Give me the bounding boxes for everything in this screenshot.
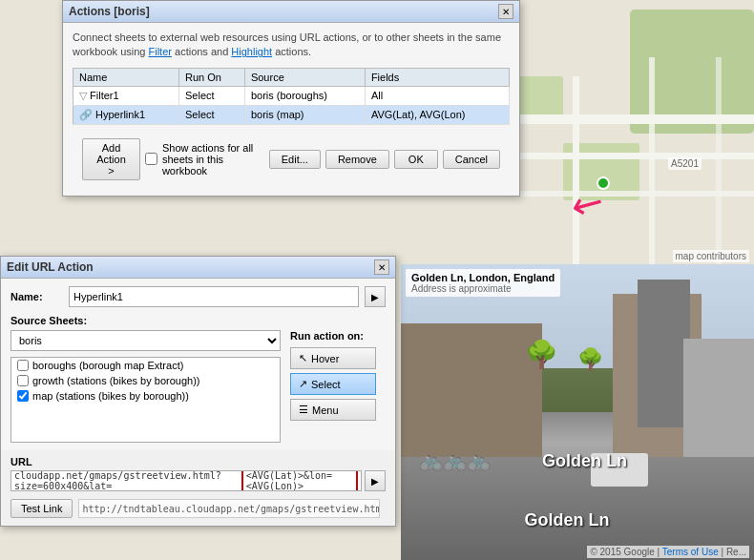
edit-content: boris boroughs (borough map Extract) gro… <box>10 330 386 443</box>
row-name: ▽ Filter1 <box>73 86 179 105</box>
row-fields: All <box>365 86 509 105</box>
hyperlink-icon: 🔗 <box>79 109 93 120</box>
row-fields: AVG(Lat), AVG(Lon) <box>365 105 509 124</box>
edit-dialog-titlebar: Edit URL Action ✕ <box>1 257 395 279</box>
highlight-link[interactable]: Highlight <box>231 46 272 57</box>
sheet-item[interactable]: growth (stations (bikes by borough)) <box>11 373 280 388</box>
sheet-selector[interactable]: boris <box>10 330 281 351</box>
hover-icon: ↖ <box>299 352 307 364</box>
sheet-checkbox[interactable] <box>17 390 29 402</box>
address-line1: Golden Ln, London, England <box>411 272 555 283</box>
url-param-highlight: <AVG(Lat)>&lon=<AVG(Lon)> <box>241 470 358 491</box>
map-contributors: map contributors <box>673 250 749 262</box>
filter-icon: ▽ <box>79 90 87 101</box>
url-prefix-text: cloudapp.net/gmaps/gstreetview.html?size… <box>14 470 241 491</box>
edit-url-dialog: Edit URL Action ✕ Name: ▶ Source Sheets:… <box>0 256 396 527</box>
show-all-checkbox-row: Show actions for all sheets in this work… <box>145 142 269 176</box>
sheet-label: growth (stations (bikes by borough)) <box>32 375 199 386</box>
edit-dialog-body: Name: ▶ Source Sheets: boris boroughs (b… <box>1 279 395 450</box>
street-address: Golden Ln, London, England Address is ap… <box>406 269 560 297</box>
row-run-on: Select <box>179 105 245 124</box>
street-view-panel: 🌳 🌳 🚲🚲🚲 Golden Ln Golden Ln Golden Ln, L… <box>401 264 754 560</box>
ok-button[interactable]: OK <box>394 150 438 169</box>
google-attribution: © 2015 Google | Terms of Use | Re... <box>587 546 749 558</box>
run-action-panel: Run action on: ↖ Hover ↗ Select ☰ Menu <box>290 330 386 443</box>
show-all-label: Show actions for all sheets in this work… <box>162 142 269 176</box>
url-arrow-button[interactable]: ▶ <box>365 470 386 491</box>
edit-dialog-title: Edit URL Action <box>7 260 94 274</box>
street-sign-2: Golden Ln <box>525 510 610 530</box>
sheets-panel: boris boroughs (borough map Extract) gro… <box>10 330 281 443</box>
row-source: boris (map) <box>244 105 365 124</box>
col-name: Name <box>73 68 179 86</box>
sheet-label: boroughs (borough map Extract) <box>32 360 183 371</box>
address-line2: Address is approximate <box>411 283 555 294</box>
sheet-checkbox[interactable] <box>17 360 29 371</box>
bikes: 🚲🚲🚲 <box>419 448 491 471</box>
street-sign-1: Golden Ln <box>542 451 627 471</box>
edit-dialog-close[interactable]: ✕ <box>374 259 389 275</box>
menu-button[interactable]: ☰ Menu <box>290 399 376 421</box>
actions-table: Name Run On Source Fields ▽ Filter1 Sele… <box>73 68 510 125</box>
actions-dialog-titlebar: Actions [boris] ✕ <box>63 1 519 23</box>
hover-button[interactable]: ↖ Hover <box>290 347 376 369</box>
edit-dialog-footer: Test Link http://tndtableau.cloudapp.net… <box>1 495 395 526</box>
select-icon: ↗ <box>299 378 307 390</box>
col-run-on: Run On <box>179 68 245 86</box>
col-source: Source <box>244 68 365 86</box>
url-input-row: cloudapp.net/gmaps/gstreetview.html?size… <box>10 470 386 491</box>
row-name: 🔗 Hyperlink1 <box>73 105 179 124</box>
actions-dialog: Actions [boris] ✕ Connect sheets to exte… <box>62 0 520 197</box>
actions-dialog-footer-right: Edit... Remove OK Cancel <box>269 150 500 169</box>
actions-dialog-close[interactable]: ✕ <box>498 4 513 19</box>
row-source: boris (boroughs) <box>244 86 365 105</box>
sheet-checkbox[interactable] <box>17 375 29 386</box>
sheet-item[interactable]: map (stations (bikes by borough)) <box>11 388 280 404</box>
table-row[interactable]: ▽ Filter1 Select boris (boroughs) All <box>73 86 510 105</box>
url-preview: http://tndtableau.cloudapp.net/gmaps/gst… <box>78 499 380 518</box>
url-display[interactable]: cloudapp.net/gmaps/gstreetview.html?size… <box>10 470 362 491</box>
filter-link[interactable]: Filter <box>149 46 172 57</box>
row-run-on: Select <box>179 86 245 105</box>
show-all-checkbox[interactable] <box>145 153 157 165</box>
test-link-button[interactable]: Test Link <box>10 499 73 518</box>
cancel-button[interactable]: Cancel <box>443 150 500 169</box>
name-label: Name: <box>10 291 63 302</box>
run-action-label: Run action on: <box>290 330 386 342</box>
actions-dialog-footer: Add Action > Show actions for all sheets… <box>73 133 510 188</box>
col-fields: Fields <box>365 68 509 86</box>
actions-dialog-info: Connect sheets to external web resources… <box>73 31 510 60</box>
edit-button[interactable]: Edit... <box>269 150 321 169</box>
name-input[interactable] <box>69 286 359 307</box>
table-row[interactable]: 🔗 Hyperlink1 Select boris (map) AVG(Lat)… <box>73 105 510 124</box>
source-sheets-label: Source Sheets: <box>10 315 386 326</box>
remove-button[interactable]: Remove <box>325 150 389 169</box>
url-label: URL <box>10 456 386 467</box>
sheet-label: map (stations (bikes by borough)) <box>32 390 189 402</box>
select-button[interactable]: ↗ Select <box>290 373 376 395</box>
sheets-list: boroughs (borough map Extract) growth (s… <box>10 357 281 443</box>
actions-dialog-title: Actions [boris] <box>69 5 150 18</box>
name-row: Name: ▶ <box>10 286 386 307</box>
menu-icon: ☰ <box>299 404 308 416</box>
add-action-button[interactable]: Add Action > <box>82 138 140 180</box>
actions-dialog-body: Connect sheets to external web resources… <box>63 23 519 196</box>
url-section: URL cloudapp.net/gmaps/gstreetview.html?… <box>1 450 395 495</box>
name-dropdown-button[interactable]: ▶ <box>365 286 386 307</box>
sheet-item[interactable]: boroughs (borough map Extract) <box>11 358 280 373</box>
